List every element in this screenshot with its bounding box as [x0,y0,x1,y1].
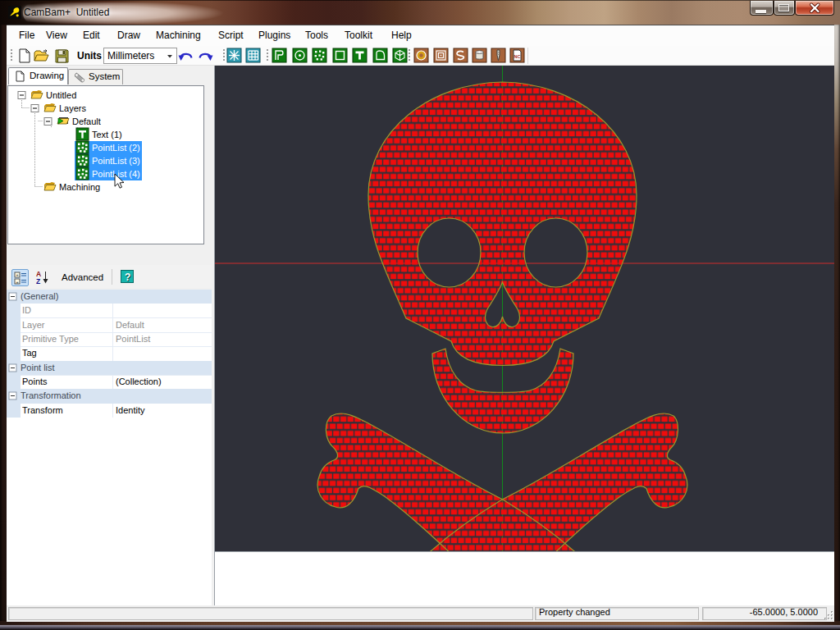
svg-text:Text (1): Text (1) [92,130,122,139]
svg-text:PointList (2): PointList (2) [92,143,140,153]
svg-text:Default: Default [72,116,101,126]
svg-text:Units: Units [77,50,102,62]
svg-text:+: + [16,272,19,277]
svg-text:Z: Z [36,277,40,285]
svg-text:Untitled: Untitled [46,90,76,100]
svg-text:+: + [16,280,19,285]
svg-text:Millimeters: Millimeters [107,50,154,62]
svg-text:Layers: Layers [59,103,87,113]
svg-text:PointList (3): PointList (3) [92,156,140,166]
svg-text:Machining: Machining [59,182,100,192]
svg-text:NC: NC [514,54,521,59]
